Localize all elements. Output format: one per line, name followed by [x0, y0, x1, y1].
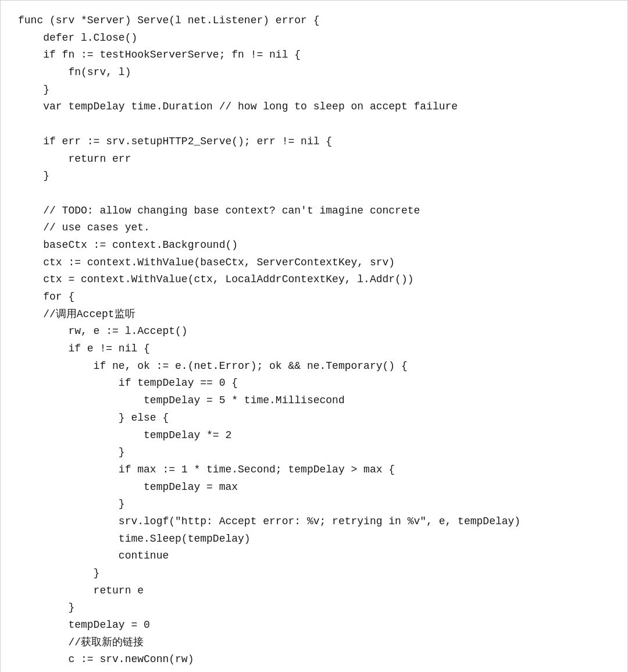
code-block: func (srv *Server) Serve(l net.Listener)… [18, 12, 610, 672]
code-container: func (srv *Server) Serve(l net.Listener)… [0, 0, 628, 672]
